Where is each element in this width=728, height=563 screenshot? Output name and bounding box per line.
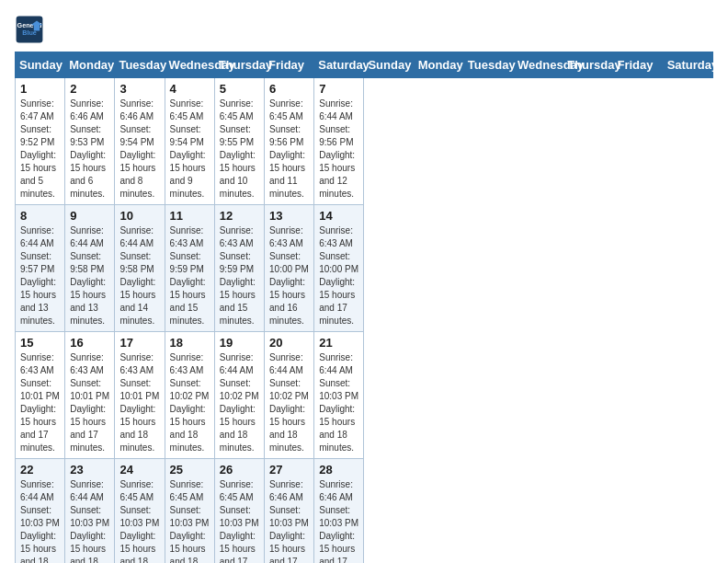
day-number: 6 bbox=[269, 82, 309, 96]
day-info: Sunrise: 6:44 AMSunset: 10:03 PMDaylight… bbox=[20, 478, 60, 563]
calendar-cell: 21 Sunrise: 6:44 AMSunset: 10:03 PMDayli… bbox=[314, 332, 364, 459]
day-of-week-header: Saturday bbox=[314, 52, 364, 78]
day-of-week-header: Wednesday bbox=[514, 52, 563, 78]
calendar-cell: 13 Sunrise: 6:43 AMSunset: 10:00 PMDayli… bbox=[265, 205, 314, 332]
calendar-cell: 14 Sunrise: 6:43 AMSunset: 10:00 PMDayli… bbox=[314, 205, 364, 332]
calendar-cell: 2 Sunrise: 6:46 AMSunset: 9:53 PMDayligh… bbox=[65, 78, 115, 205]
calendar-cell: 10 Sunrise: 6:44 AMSunset: 9:58 PMDaylig… bbox=[115, 205, 165, 332]
calendar-cell: 3 Sunrise: 6:46 AMSunset: 9:54 PMDayligh… bbox=[115, 78, 165, 205]
day-info: Sunrise: 6:46 AMSunset: 10:03 PMDaylight… bbox=[319, 478, 358, 563]
day-number: 22 bbox=[20, 463, 60, 477]
day-of-week-header: Saturday bbox=[663, 52, 712, 78]
day-info: Sunrise: 6:45 AMSunset: 10:03 PMDaylight… bbox=[170, 478, 210, 563]
day-number: 3 bbox=[119, 82, 159, 96]
day-number: 28 bbox=[319, 463, 358, 477]
day-info: Sunrise: 6:44 AMSunset: 9:57 PMDaylight:… bbox=[20, 224, 60, 327]
day-number: 12 bbox=[220, 209, 259, 223]
day-info: Sunrise: 6:44 AMSunset: 10:02 PMDaylight… bbox=[220, 351, 259, 454]
day-number: 24 bbox=[119, 463, 159, 477]
day-info: Sunrise: 6:43 AMSunset: 9:59 PMDaylight:… bbox=[170, 224, 210, 327]
day-number: 11 bbox=[170, 209, 210, 223]
day-number: 2 bbox=[70, 82, 109, 96]
day-number: 1 bbox=[20, 82, 60, 96]
calendar-cell: 15 Sunrise: 6:43 AMSunset: 10:01 PMDayli… bbox=[16, 332, 65, 459]
day-info: Sunrise: 6:46 AMSunset: 9:54 PMDaylight:… bbox=[119, 98, 159, 201]
calendar-cell: 24 Sunrise: 6:45 AMSunset: 10:03 PMDayli… bbox=[115, 459, 165, 564]
logo-icon: General Blue bbox=[15, 15, 44, 44]
calendar-cell: 17 Sunrise: 6:43 AMSunset: 10:01 PMDayli… bbox=[115, 332, 165, 459]
day-of-week-header: Monday bbox=[414, 52, 463, 78]
day-number: 20 bbox=[269, 336, 309, 350]
day-number: 27 bbox=[269, 463, 309, 477]
day-number: 14 bbox=[319, 209, 358, 223]
day-number: 10 bbox=[119, 209, 159, 223]
day-info: Sunrise: 6:44 AMSunset: 10:02 PMDaylight… bbox=[269, 351, 309, 454]
day-info: Sunrise: 6:43 AMSunset: 10:01 PMDaylight… bbox=[119, 351, 159, 454]
calendar-cell: 26 Sunrise: 6:45 AMSunset: 10:03 PMDayli… bbox=[214, 459, 264, 564]
day-info: Sunrise: 6:43 AMSunset: 10:01 PMDaylight… bbox=[70, 351, 109, 454]
calendar-cell: 25 Sunrise: 6:45 AMSunset: 10:03 PMDayli… bbox=[165, 459, 214, 564]
day-info: Sunrise: 6:45 AMSunset: 9:54 PMDaylight:… bbox=[170, 98, 210, 201]
day-number: 17 bbox=[119, 336, 159, 350]
calendar-cell: 20 Sunrise: 6:44 AMSunset: 10:02 PMDayli… bbox=[265, 332, 314, 459]
calendar-cell: 16 Sunrise: 6:43 AMSunset: 10:01 PMDayli… bbox=[65, 332, 115, 459]
day-info: Sunrise: 6:44 AMSunset: 10:03 PMDaylight… bbox=[319, 351, 358, 454]
calendar-cell: 4 Sunrise: 6:45 AMSunset: 9:54 PMDayligh… bbox=[165, 78, 214, 205]
calendar-cell: 28 Sunrise: 6:46 AMSunset: 10:03 PMDayli… bbox=[314, 459, 364, 564]
day-info: Sunrise: 6:46 AMSunset: 9:53 PMDaylight:… bbox=[70, 98, 109, 201]
day-info: Sunrise: 6:43 AMSunset: 10:00 PMDaylight… bbox=[269, 224, 309, 327]
day-number: 23 bbox=[70, 463, 109, 477]
day-info: Sunrise: 6:43 AMSunset: 10:01 PMDaylight… bbox=[20, 351, 60, 454]
day-info: Sunrise: 6:47 AMSunset: 9:52 PMDaylight:… bbox=[20, 98, 60, 201]
day-info: Sunrise: 6:45 AMSunset: 10:03 PMDaylight… bbox=[119, 478, 159, 563]
calendar-cell: 23 Sunrise: 6:44 AMSunset: 10:03 PMDayli… bbox=[65, 459, 115, 564]
calendar-cell: 9 Sunrise: 6:44 AMSunset: 9:58 PMDayligh… bbox=[65, 205, 115, 332]
day-number: 21 bbox=[319, 336, 358, 350]
calendar-week-row: 22 Sunrise: 6:44 AMSunset: 10:03 PMDayli… bbox=[16, 459, 713, 564]
calendar-week-row: 1 Sunrise: 6:47 AMSunset: 9:52 PMDayligh… bbox=[16, 78, 713, 205]
day-info: Sunrise: 6:44 AMSunset: 10:03 PMDaylight… bbox=[70, 478, 109, 563]
day-number: 9 bbox=[70, 209, 109, 223]
calendar-header-row: SundayMondayTuesdayWednesdayThursdayFrid… bbox=[16, 52, 713, 78]
day-info: Sunrise: 6:43 AMSunset: 10:00 PMDaylight… bbox=[319, 224, 358, 327]
calendar-cell: 12 Sunrise: 6:43 AMSunset: 9:59 PMDaylig… bbox=[214, 205, 264, 332]
day-number: 13 bbox=[269, 209, 309, 223]
day-number: 16 bbox=[70, 336, 109, 350]
day-number: 4 bbox=[170, 82, 210, 96]
day-number: 5 bbox=[220, 82, 259, 96]
day-number: 18 bbox=[170, 336, 210, 350]
day-of-week-header: Friday bbox=[613, 52, 663, 78]
calendar-table: SundayMondayTuesdayWednesdayThursdayFrid… bbox=[15, 52, 713, 563]
calendar-cell: 8 Sunrise: 6:44 AMSunset: 9:57 PMDayligh… bbox=[16, 205, 65, 332]
day-of-week-header: Friday bbox=[265, 52, 314, 78]
day-info: Sunrise: 6:44 AMSunset: 9:56 PMDaylight:… bbox=[319, 98, 358, 201]
day-of-week-header: Sunday bbox=[364, 52, 414, 78]
day-info: Sunrise: 6:45 AMSunset: 10:03 PMDaylight… bbox=[220, 478, 259, 563]
calendar-cell: 11 Sunrise: 6:43 AMSunset: 9:59 PMDaylig… bbox=[165, 205, 214, 332]
day-of-week-header: Tuesday bbox=[115, 52, 165, 78]
calendar-cell: 7 Sunrise: 6:44 AMSunset: 9:56 PMDayligh… bbox=[314, 78, 364, 205]
day-info: Sunrise: 6:45 AMSunset: 9:56 PMDaylight:… bbox=[269, 98, 309, 201]
day-of-week-header: Thursday bbox=[214, 52, 264, 78]
day-of-week-header: Tuesday bbox=[463, 52, 513, 78]
day-number: 8 bbox=[20, 209, 60, 223]
day-info: Sunrise: 6:44 AMSunset: 9:58 PMDaylight:… bbox=[119, 224, 159, 327]
calendar-cell: 18 Sunrise: 6:43 AMSunset: 10:02 PMDayli… bbox=[165, 332, 214, 459]
calendar-cell: 5 Sunrise: 6:45 AMSunset: 9:55 PMDayligh… bbox=[214, 78, 264, 205]
header: General Blue bbox=[15, 15, 713, 44]
calendar-cell: 1 Sunrise: 6:47 AMSunset: 9:52 PMDayligh… bbox=[16, 78, 65, 205]
calendar-cell: 6 Sunrise: 6:45 AMSunset: 9:56 PMDayligh… bbox=[265, 78, 314, 205]
day-info: Sunrise: 6:46 AMSunset: 10:03 PMDaylight… bbox=[269, 478, 309, 563]
calendar-cell: 22 Sunrise: 6:44 AMSunset: 10:03 PMDayli… bbox=[16, 459, 65, 564]
day-of-week-header: Monday bbox=[65, 52, 115, 78]
day-number: 19 bbox=[220, 336, 259, 350]
logo: General Blue bbox=[15, 15, 48, 44]
calendar-week-row: 15 Sunrise: 6:43 AMSunset: 10:01 PMDayli… bbox=[16, 332, 713, 459]
day-info: Sunrise: 6:45 AMSunset: 9:55 PMDaylight:… bbox=[220, 98, 259, 201]
day-of-week-header: Sunday bbox=[16, 52, 65, 78]
calendar-week-row: 8 Sunrise: 6:44 AMSunset: 9:57 PMDayligh… bbox=[16, 205, 713, 332]
day-number: 26 bbox=[220, 463, 259, 477]
day-info: Sunrise: 6:43 AMSunset: 10:02 PMDaylight… bbox=[170, 351, 210, 454]
day-info: Sunrise: 6:44 AMSunset: 9:58 PMDaylight:… bbox=[70, 224, 109, 327]
day-number: 7 bbox=[319, 82, 358, 96]
